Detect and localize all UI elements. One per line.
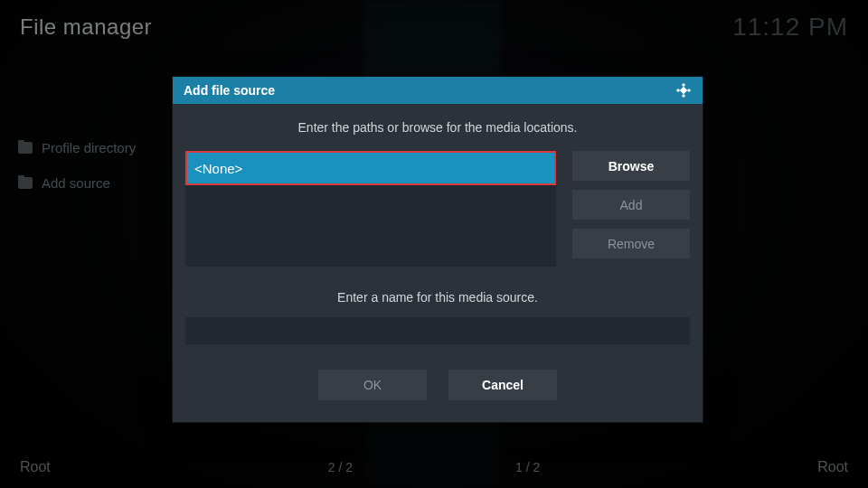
ok-button[interactable]: OK: [318, 370, 427, 400]
svg-rect-3: [682, 94, 685, 98]
source-name-input[interactable]: [185, 317, 690, 344]
paths-hint: Enter the paths or browse for the media …: [185, 120, 690, 135]
name-hint: Enter a name for this media source.: [185, 290, 690, 305]
svg-rect-2: [687, 89, 691, 92]
svg-rect-0: [682, 83, 685, 87]
remove-path-button[interactable]: Remove: [572, 229, 690, 258]
path-input-selected[interactable]: <None>: [185, 151, 556, 185]
paths-list[interactable]: <None>: [185, 151, 556, 267]
add-file-source-dialog: Add file source Enter the paths or brows…: [172, 76, 703, 423]
dialog-title: Add file source: [184, 83, 275, 98]
add-path-button[interactable]: Add: [572, 190, 690, 220]
kodi-logo-icon: [675, 82, 692, 99]
svg-rect-1: [676, 89, 680, 92]
browse-button[interactable]: Browse: [572, 151, 690, 181]
cancel-button[interactable]: Cancel: [448, 370, 557, 400]
svg-rect-4: [680, 87, 687, 94]
